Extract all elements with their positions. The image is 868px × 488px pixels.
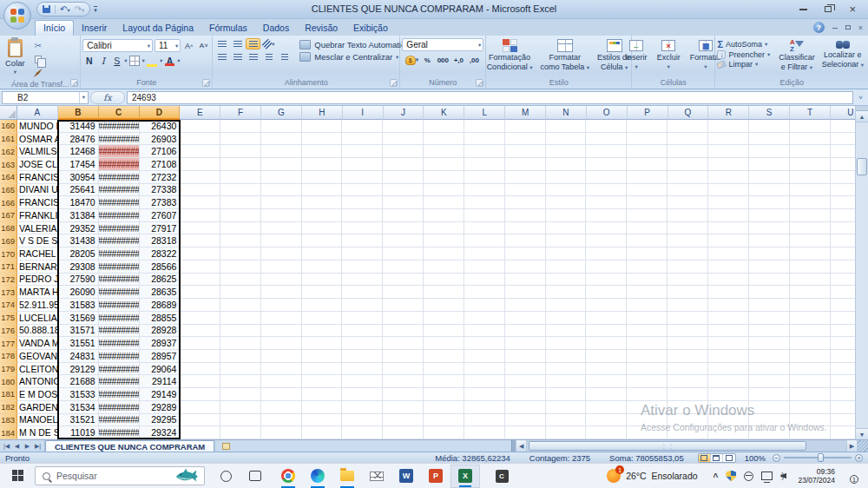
horizontal-scroll-thumb[interactable]: ⋮⋮ xyxy=(529,441,806,451)
cell-a[interactable]: GEOVANI xyxy=(17,350,58,362)
empty-cells[interactable] xyxy=(180,133,855,145)
excel-icon[interactable]: X xyxy=(450,465,480,488)
column-header-L[interactable]: L xyxy=(464,106,505,120)
font-name-select[interactable]: Calibri▾ xyxy=(82,39,153,52)
cell-c[interactable]: ######### xyxy=(99,145,140,157)
decrease-indent-button[interactable] xyxy=(261,51,276,63)
column-header-G[interactable]: G xyxy=(261,106,302,120)
row-header[interactable]: 165 xyxy=(0,184,17,197)
cell-a[interactable]: OSMAR A xyxy=(17,133,58,145)
start-button[interactable] xyxy=(7,465,30,487)
cell-a[interactable]: FRANCISC xyxy=(17,171,58,183)
row-header[interactable]: 160 xyxy=(0,120,17,133)
cell-a[interactable]: V S DE SO xyxy=(17,234,58,247)
align-middle-button[interactable] xyxy=(230,38,245,49)
cell-d[interactable]: 28928 xyxy=(140,325,181,337)
cell-c[interactable]: ######### xyxy=(99,184,140,196)
cell-b[interactable]: 29352 xyxy=(58,222,99,234)
cell-c[interactable]: ######### xyxy=(99,158,140,170)
cell-b[interactable]: 30954 xyxy=(58,171,99,183)
cell-d[interactable]: 28689 xyxy=(140,299,181,311)
column-header-C[interactable]: C xyxy=(99,106,140,120)
cell-c[interactable]: ######### xyxy=(99,120,140,132)
format-as-table-button[interactable]: Formatar como Tabela ▾ xyxy=(537,37,592,77)
scroll-up-icon[interactable]: ▲ xyxy=(856,111,868,122)
row-header[interactable]: 180 xyxy=(0,375,17,388)
fill-color-button[interactable] xyxy=(146,54,159,67)
cell-d[interactable]: 29149 xyxy=(140,388,181,400)
cell-b[interactable]: 29308 xyxy=(58,260,99,273)
vertical-scrollbar[interactable]: ▲ ▼ xyxy=(855,106,868,439)
empty-cells[interactable] xyxy=(180,325,855,337)
empty-cells[interactable] xyxy=(180,274,855,286)
row-header[interactable]: 163 xyxy=(0,158,17,171)
cell-c[interactable]: ######### xyxy=(99,388,140,400)
restore-button[interactable] xyxy=(825,6,832,12)
row-header[interactable]: 172 xyxy=(0,274,17,287)
cell-a[interactable]: VALMILSO xyxy=(17,145,58,157)
delete-cells-button[interactable]: × Excluir▾ xyxy=(654,37,684,77)
borders-button[interactable] xyxy=(128,54,141,67)
cell-b[interactable]: 31534 xyxy=(58,401,99,413)
cell-c[interactable]: ######### xyxy=(99,401,140,413)
empty-cells[interactable] xyxy=(180,337,855,349)
network-icon[interactable] xyxy=(761,472,773,480)
cell-a[interactable]: 50.888.18 xyxy=(17,325,58,337)
align-left-button[interactable] xyxy=(214,51,229,63)
cell-d[interactable]: 27232 xyxy=(140,171,181,183)
row-header[interactable]: 171 xyxy=(0,260,17,274)
cell-d[interactable]: 28566 xyxy=(140,260,181,273)
column-header-H[interactable]: H xyxy=(302,106,343,120)
empty-cells[interactable] xyxy=(180,158,855,170)
cell-b[interactable]: 24831 xyxy=(58,350,99,362)
cell-d[interactable]: 28635 xyxy=(140,286,181,298)
cell-b[interactable]: 17454 xyxy=(58,158,99,170)
cell-c[interactable]: ######### xyxy=(99,247,140,260)
cell-b[interactable]: 28205 xyxy=(58,247,99,260)
number-dialog-launcher[interactable]: ◿ xyxy=(476,79,483,87)
cell-b[interactable]: 31571 xyxy=(58,325,99,337)
workbook-restore-icon[interactable] xyxy=(845,25,851,30)
chrome-icon[interactable] xyxy=(273,465,303,488)
fill-button[interactable]: ↓Preencher▾ xyxy=(717,50,770,59)
last-sheet-icon[interactable]: ▶| xyxy=(33,443,43,450)
column-header-Q[interactable]: Q xyxy=(668,106,709,120)
cell-d[interactable]: 27607 xyxy=(140,209,181,221)
cell-b[interactable]: 25641 xyxy=(58,184,99,196)
row-header[interactable]: 174 xyxy=(0,299,17,312)
empty-cells[interactable] xyxy=(180,120,855,132)
minimize-button[interactable] xyxy=(799,8,807,10)
scroll-left-icon[interactable]: ◀ xyxy=(516,440,527,452)
bold-button[interactable]: N xyxy=(82,54,95,67)
cell-b[interactable]: 21688 xyxy=(58,375,99,387)
align-right-button[interactable] xyxy=(246,51,260,63)
zoom-in-button[interactable]: + xyxy=(855,454,863,462)
cell-b[interactable]: 28476 xyxy=(58,133,99,145)
row-header[interactable]: 177 xyxy=(0,337,17,350)
column-header-E[interactable]: E xyxy=(180,106,220,120)
format-painter-button[interactable] xyxy=(31,67,45,79)
cell-d[interactable]: 29064 xyxy=(140,363,181,375)
row-header[interactable]: 182 xyxy=(0,401,17,414)
tab-formulas[interactable]: Fórmulas xyxy=(201,21,255,36)
row-header[interactable]: 184 xyxy=(0,426,17,439)
resize-grip[interactable] xyxy=(858,440,868,452)
search-input[interactable]: Pesquisar xyxy=(35,466,205,485)
tab-layout[interactable]: Layout da Página xyxy=(115,21,201,36)
row-header[interactable]: 181 xyxy=(0,388,17,401)
row-header[interactable]: 178 xyxy=(0,350,17,363)
cut-button[interactable]: ✂ xyxy=(31,39,45,51)
currency-button[interactable]: $▾ xyxy=(404,54,418,66)
cell-b[interactable]: 31521 xyxy=(58,414,99,426)
cell-d[interactable]: 27108 xyxy=(140,158,181,170)
cell-b[interactable]: 11019 xyxy=(58,426,99,439)
cell-c[interactable]: ######### xyxy=(99,171,140,183)
cell-d[interactable]: 27338 xyxy=(140,184,181,196)
align-center-button[interactable] xyxy=(230,51,245,63)
cell-c[interactable]: ######### xyxy=(99,337,140,349)
notification-center-icon[interactable]: 1 xyxy=(842,470,856,482)
tab-inicio[interactable]: Início xyxy=(35,20,74,36)
cell-a[interactable]: VALERIA ( xyxy=(17,222,58,234)
row-header[interactable]: 167 xyxy=(0,209,17,222)
cell-b[interactable]: 18470 xyxy=(58,196,99,208)
